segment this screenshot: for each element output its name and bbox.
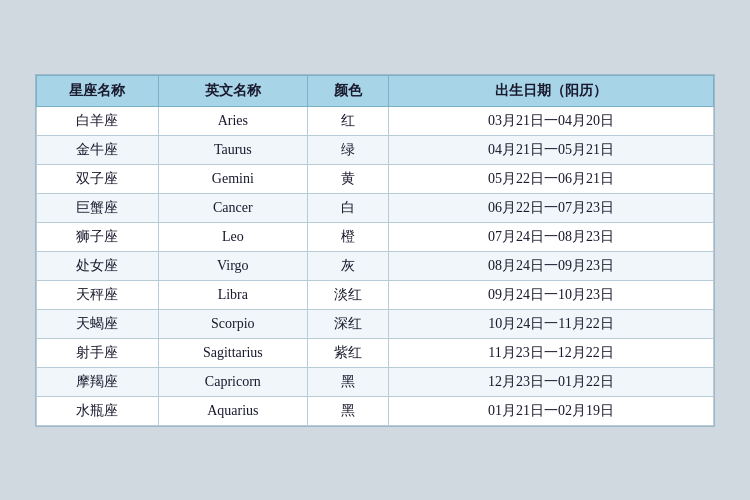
cell-color: 橙 bbox=[307, 222, 388, 251]
cell-date: 07月24日一08月23日 bbox=[389, 222, 714, 251]
table-row: 射手座Sagittarius紫红11月23日一12月22日 bbox=[37, 338, 714, 367]
cell-zh-name: 摩羯座 bbox=[37, 367, 159, 396]
cell-en-name: Libra bbox=[158, 280, 307, 309]
cell-date: 05月22日一06月21日 bbox=[389, 164, 714, 193]
cell-zh-name: 巨蟹座 bbox=[37, 193, 159, 222]
table-row: 天蝎座Scorpio深红10月24日一11月22日 bbox=[37, 309, 714, 338]
cell-zh-name: 天蝎座 bbox=[37, 309, 159, 338]
cell-zh-name: 天秤座 bbox=[37, 280, 159, 309]
cell-color: 深红 bbox=[307, 309, 388, 338]
cell-date: 10月24日一11月22日 bbox=[389, 309, 714, 338]
cell-color: 黄 bbox=[307, 164, 388, 193]
cell-date: 11月23日一12月22日 bbox=[389, 338, 714, 367]
zodiac-table: 星座名称 英文名称 颜色 出生日期（阳历） 白羊座Aries红03月21日一04… bbox=[36, 75, 714, 426]
header-date: 出生日期（阳历） bbox=[389, 75, 714, 106]
cell-en-name: Cancer bbox=[158, 193, 307, 222]
cell-zh-name: 狮子座 bbox=[37, 222, 159, 251]
cell-color: 淡红 bbox=[307, 280, 388, 309]
cell-en-name: Capricorn bbox=[158, 367, 307, 396]
cell-en-name: Sagittarius bbox=[158, 338, 307, 367]
header-en-name: 英文名称 bbox=[158, 75, 307, 106]
cell-en-name: Gemini bbox=[158, 164, 307, 193]
cell-en-name: Scorpio bbox=[158, 309, 307, 338]
cell-date: 01月21日一02月19日 bbox=[389, 396, 714, 425]
cell-date: 09月24日一10月23日 bbox=[389, 280, 714, 309]
cell-en-name: Taurus bbox=[158, 135, 307, 164]
cell-en-name: Aries bbox=[158, 106, 307, 135]
cell-date: 04月21日一05月21日 bbox=[389, 135, 714, 164]
cell-color: 绿 bbox=[307, 135, 388, 164]
cell-date: 03月21日一04月20日 bbox=[389, 106, 714, 135]
zodiac-table-container: 星座名称 英文名称 颜色 出生日期（阳历） 白羊座Aries红03月21日一04… bbox=[35, 74, 715, 427]
cell-date: 06月22日一07月23日 bbox=[389, 193, 714, 222]
cell-color: 白 bbox=[307, 193, 388, 222]
cell-zh-name: 白羊座 bbox=[37, 106, 159, 135]
cell-date: 08月24日一09月23日 bbox=[389, 251, 714, 280]
table-row: 水瓶座Aquarius黑01月21日一02月19日 bbox=[37, 396, 714, 425]
header-zh-name: 星座名称 bbox=[37, 75, 159, 106]
table-row: 天秤座Libra淡红09月24日一10月23日 bbox=[37, 280, 714, 309]
table-header-row: 星座名称 英文名称 颜色 出生日期（阳历） bbox=[37, 75, 714, 106]
table-row: 金牛座Taurus绿04月21日一05月21日 bbox=[37, 135, 714, 164]
cell-zh-name: 射手座 bbox=[37, 338, 159, 367]
table-row: 处女座Virgo灰08月24日一09月23日 bbox=[37, 251, 714, 280]
cell-en-name: Aquarius bbox=[158, 396, 307, 425]
cell-zh-name: 处女座 bbox=[37, 251, 159, 280]
table-row: 白羊座Aries红03月21日一04月20日 bbox=[37, 106, 714, 135]
cell-zh-name: 水瓶座 bbox=[37, 396, 159, 425]
cell-color: 灰 bbox=[307, 251, 388, 280]
cell-date: 12月23日一01月22日 bbox=[389, 367, 714, 396]
table-row: 双子座Gemini黄05月22日一06月21日 bbox=[37, 164, 714, 193]
cell-color: 黑 bbox=[307, 396, 388, 425]
cell-zh-name: 双子座 bbox=[37, 164, 159, 193]
cell-en-name: Virgo bbox=[158, 251, 307, 280]
cell-color: 红 bbox=[307, 106, 388, 135]
cell-color: 紫红 bbox=[307, 338, 388, 367]
table-row: 巨蟹座Cancer白06月22日一07月23日 bbox=[37, 193, 714, 222]
cell-color: 黑 bbox=[307, 367, 388, 396]
header-color: 颜色 bbox=[307, 75, 388, 106]
table-row: 摩羯座Capricorn黑12月23日一01月22日 bbox=[37, 367, 714, 396]
cell-en-name: Leo bbox=[158, 222, 307, 251]
cell-zh-name: 金牛座 bbox=[37, 135, 159, 164]
table-row: 狮子座Leo橙07月24日一08月23日 bbox=[37, 222, 714, 251]
